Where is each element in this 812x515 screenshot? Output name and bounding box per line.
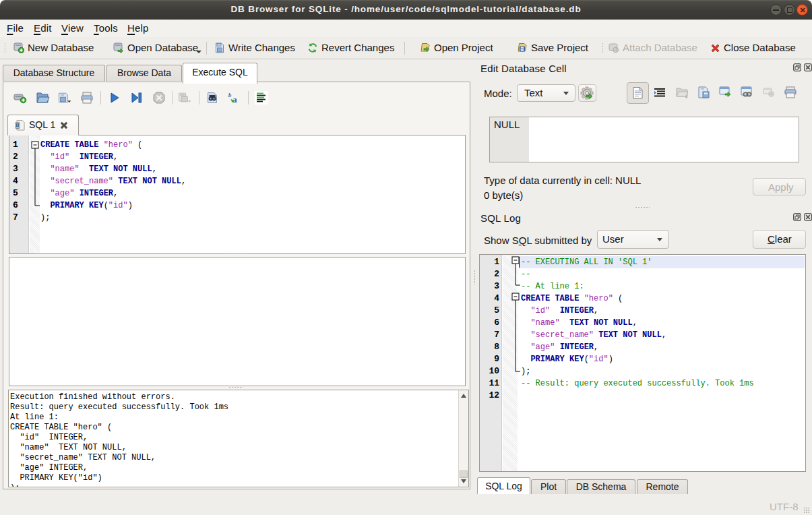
svg-text:a: a <box>232 95 237 104</box>
svg-text:b: b <box>228 92 232 98</box>
